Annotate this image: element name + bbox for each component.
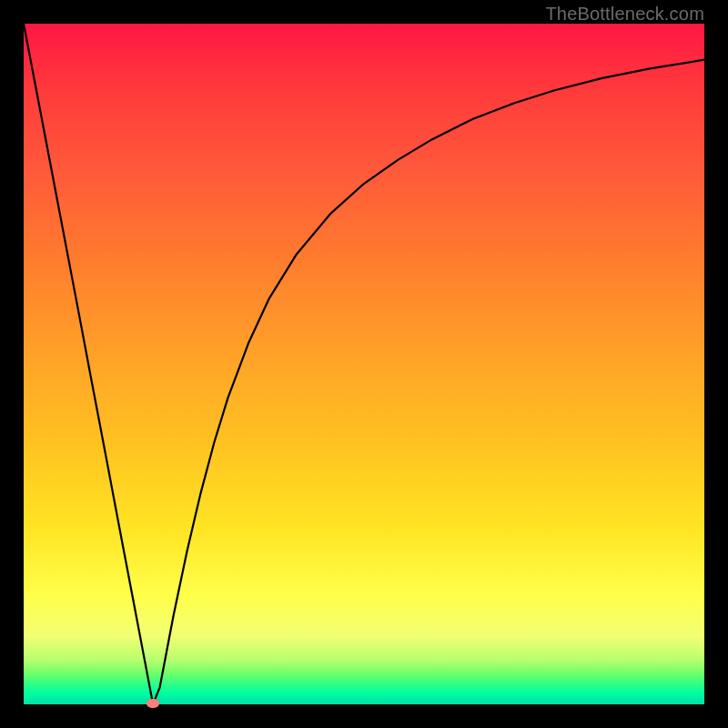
chart-frame: TheBottleneck.com (0, 0, 728, 728)
attribution-text: TheBottleneck.com (545, 4, 704, 25)
bottleneck-curve (24, 24, 704, 704)
plot-area (24, 24, 704, 704)
